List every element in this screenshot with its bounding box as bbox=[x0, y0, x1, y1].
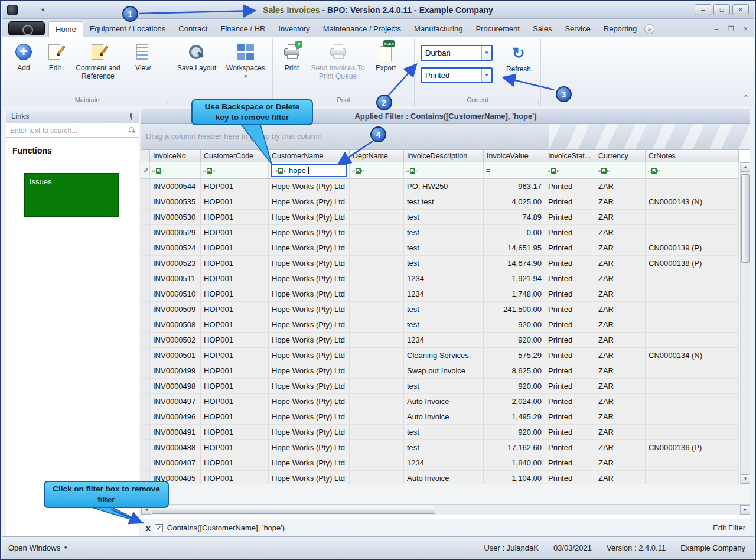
scroll-down-icon[interactable]: ▼ bbox=[741, 474, 750, 484]
send-invoices-print-queue-button[interactable]: Send Invoices To Print Queue bbox=[309, 43, 366, 81]
table-row[interactable]: INV0000499HOP001Hope Works (Pty) LtdSwap… bbox=[141, 363, 739, 379]
tab-maintenance-projects[interactable]: Maintenance / Projects bbox=[317, 21, 408, 37]
table-row[interactable]: INV0000491HOP001Hope Works (Pty) Ltdtest… bbox=[141, 425, 739, 440]
table-row[interactable]: INV0000529HOP001Hope Works (Pty) Ltdtest… bbox=[141, 225, 739, 240]
filter-cell-invoiceno[interactable]: aBc bbox=[150, 162, 201, 179]
sidebar-item-issues[interactable]: Issues bbox=[24, 173, 119, 217]
column-header-invoiceno[interactable]: InvoiceNo bbox=[150, 150, 201, 162]
horizontal-scrollbar[interactable]: ◄ ► bbox=[141, 504, 750, 515]
column-header-invoicevalue[interactable]: InvoiceValue bbox=[484, 150, 545, 162]
filter-expression-label[interactable]: Contains([CustomerName], 'hope') bbox=[167, 523, 285, 532]
group-by-bar[interactable]: Drag a column header here to group by th… bbox=[141, 124, 750, 150]
table-row[interactable]: INV0000488HOP001Hope Works (Pty) Ltdtest… bbox=[141, 440, 739, 455]
cell-crnotes bbox=[646, 363, 739, 379]
text-filter-icon: aBc bbox=[648, 168, 660, 174]
tab-sales[interactable]: Sales bbox=[526, 21, 559, 37]
filter-cell-invoicedescription[interactable]: aBc bbox=[404, 162, 484, 179]
column-header-currency[interactable]: Currency bbox=[595, 150, 646, 162]
table-row[interactable]: INV0000498HOP001Hope Works (Pty) Ltdtest… bbox=[141, 379, 739, 394]
minimize-button[interactable]: – bbox=[695, 4, 711, 15]
workspaces-button[interactable]: Workspaces ▼ bbox=[222, 43, 269, 79]
child-minimize-icon[interactable]: – bbox=[715, 25, 719, 33]
view-button[interactable]: View bbox=[128, 43, 158, 73]
print-button[interactable]: ? Print bbox=[276, 43, 307, 73]
comment-reference-button[interactable]: Comment and Reference bbox=[71, 43, 125, 81]
filter-cell-customername[interactable]: aBchope bbox=[269, 162, 350, 179]
tab-inventory[interactable]: Inventory bbox=[272, 21, 316, 37]
table-row[interactable]: INV0000511HOP001Hope Works (Pty) Ltd1234… bbox=[141, 271, 739, 286]
site-combobox-dropdown-icon[interactable]: ▼ bbox=[481, 46, 491, 60]
status-combobox-dropdown-icon[interactable]: ▼ bbox=[481, 69, 491, 82]
tab-finance-hr[interactable]: Finance / HR bbox=[214, 21, 272, 37]
table-row[interactable]: INV0000523HOP001Hope Works (Pty) Ltdtest… bbox=[141, 256, 739, 271]
vertical-scroll-thumb[interactable] bbox=[741, 174, 750, 263]
filter-cell-customercode[interactable]: aBc bbox=[201, 162, 269, 179]
child-close-icon[interactable]: × bbox=[744, 25, 748, 33]
table-row[interactable]: INV0000544HOP001Hope Works (Pty) LtdPO: … bbox=[141, 179, 739, 194]
tab-service[interactable]: Service bbox=[558, 21, 597, 37]
tab-procurement[interactable]: Procurement bbox=[469, 21, 526, 37]
child-restore-icon[interactable]: ❐ bbox=[728, 25, 734, 33]
site-combobox[interactable]: Durban ▼ bbox=[421, 45, 493, 61]
table-row[interactable]: INV0000524HOP001Hope Works (Pty) Ltdtest… bbox=[141, 240, 739, 256]
table-row[interactable]: INV0000509HOP001Hope Works (Pty) Ltdtest… bbox=[141, 302, 739, 317]
table-row[interactable]: INV0000508HOP001Hope Works (Pty) Ltdtest… bbox=[141, 317, 739, 333]
cell-currency: ZAR bbox=[595, 286, 646, 302]
table-row[interactable]: INV0000497HOP001Hope Works (Pty) LtdAuto… bbox=[141, 394, 739, 409]
table-row[interactable]: INV0000501HOP001Hope Works (Pty) LtdClea… bbox=[141, 348, 739, 363]
column-header-crnotes[interactable]: CrNotes bbox=[646, 150, 739, 162]
pin-icon[interactable] bbox=[128, 113, 134, 119]
table-row[interactable]: INV0000530HOP001Hope Works (Pty) Ltdtest… bbox=[141, 210, 739, 225]
save-layout-button[interactable]: Save Layout bbox=[174, 43, 220, 73]
dialog-launcher-icon[interactable]: ⌟ bbox=[165, 98, 168, 104]
filter-checkbox[interactable]: ✓ bbox=[155, 524, 163, 532]
dialog-launcher-icon[interactable]: ⌟ bbox=[536, 98, 539, 104]
print-icon: ? bbox=[282, 43, 301, 61]
ribbon-collapse-icon[interactable]: ⌃ bbox=[743, 94, 749, 102]
tab-home[interactable]: Home bbox=[48, 21, 83, 37]
cell-crnotes bbox=[646, 179, 739, 194]
cell-deptname bbox=[350, 471, 404, 484]
scroll-right-icon[interactable]: ► bbox=[740, 505, 750, 515]
table-row[interactable]: INV0000485HOP001Hope Works (Pty) LtdAuto… bbox=[141, 471, 739, 484]
tab-contract[interactable]: Contract bbox=[172, 21, 214, 37]
refresh-button[interactable]: ↻ Refresh bbox=[501, 44, 536, 73]
scroll-up-icon[interactable]: ▲ bbox=[741, 162, 750, 172]
filter-cell-invoicevalue[interactable]: = bbox=[484, 162, 545, 179]
cell-deptname bbox=[350, 348, 404, 363]
add-button[interactable]: Add bbox=[8, 43, 39, 73]
close-button[interactable]: × bbox=[732, 4, 749, 15]
table-row[interactable]: INV0000535HOP001Hope Works (Pty) Ltdtest… bbox=[141, 194, 739, 210]
customer-name-filter-input[interactable]: aBchope bbox=[271, 164, 347, 177]
sidebar-search-input[interactable]: Enter text to search... bbox=[6, 123, 139, 138]
status-combobox[interactable]: Printed ▼ bbox=[421, 67, 493, 83]
tab-manufacturing[interactable]: Manufacturing bbox=[408, 21, 469, 37]
filter-cell-deptname[interactable]: aBc bbox=[350, 162, 404, 179]
column-header-invoicestat[interactable]: InvoiceStat... bbox=[545, 150, 595, 162]
maximize-button[interactable]: □ bbox=[713, 4, 730, 15]
edit-filter-button[interactable]: Edit Filter bbox=[713, 523, 745, 532]
vertical-scrollbar[interactable]: ▲ ▼ bbox=[740, 162, 750, 484]
column-header-customercode[interactable]: CustomerCode bbox=[201, 150, 269, 162]
app-logo[interactable] bbox=[8, 21, 45, 35]
column-header-deptname[interactable]: DeptName bbox=[350, 150, 404, 162]
filter-close-button[interactable]: x bbox=[146, 523, 151, 533]
column-header-invoicedescription[interactable]: InvoiceDescription bbox=[404, 150, 484, 162]
open-windows-button[interactable]: Open Windows▼ bbox=[8, 543, 68, 552]
tab-reporting[interactable]: Reporting bbox=[597, 21, 643, 37]
table-row[interactable]: INV0000496HOP001Hope Works (Pty) LtdAuto… bbox=[141, 409, 739, 425]
filter-cell-invoicestat[interactable]: aBc bbox=[545, 162, 595, 179]
table-row[interactable]: INV0000510HOP001Hope Works (Pty) Ltd1234… bbox=[141, 286, 739, 302]
table-row[interactable]: INV0000502HOP001Hope Works (Pty) Ltd1234… bbox=[141, 333, 739, 348]
filter-cell-crnotes[interactable]: aBc bbox=[646, 162, 739, 179]
table-row[interactable]: INV0000487HOP001Hope Works (Pty) Ltd1234… bbox=[141, 455, 739, 471]
column-header-customername[interactable]: CustomerName▲ bbox=[269, 150, 350, 162]
tab-overflow-icon[interactable]: » bbox=[644, 24, 654, 34]
horizontal-scroll-thumb[interactable] bbox=[152, 506, 435, 514]
export-button[interactable]: XLSX Export bbox=[369, 43, 403, 73]
tab-equipment-locations[interactable]: Equipment / Locations bbox=[83, 21, 172, 37]
filter-cell-currency[interactable]: aBc bbox=[595, 162, 646, 179]
dialog-launcher-icon[interactable]: ⌟ bbox=[410, 98, 412, 104]
edit-button[interactable]: Edit bbox=[41, 43, 69, 73]
cell-customercode: HOP001 bbox=[201, 194, 269, 210]
